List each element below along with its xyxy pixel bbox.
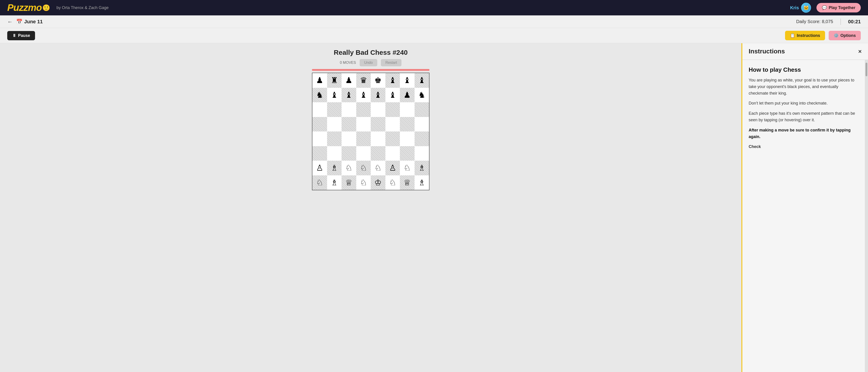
- scroll-indicator[interactable]: [865, 60, 868, 372]
- chess-board[interactable]: ♟♜♟♛♚♝♝♝♞♝♝♝♝♝♟♞♙♗♘♘♘♙♘♗♘♗♕♘♔♘♕♗: [312, 73, 429, 190]
- chess-cell[interactable]: ♘: [385, 175, 400, 190]
- chess-cell[interactable]: ♟: [312, 73, 327, 88]
- chess-cell[interactable]: [342, 117, 356, 132]
- date-label: June 11: [24, 19, 43, 25]
- chess-cell[interactable]: [385, 132, 400, 146]
- chess-cell[interactable]: [356, 117, 371, 132]
- chess-cell[interactable]: [371, 146, 385, 161]
- header-left: Puzzmo 🙂 by Orta Therox & Zach Gage: [7, 2, 108, 13]
- instructions-button[interactable]: 📋 Instructions: [785, 31, 825, 40]
- options-label: Options: [840, 33, 856, 38]
- user-section: Kris 🐱: [790, 3, 811, 13]
- chess-cell[interactable]: ♜: [327, 73, 342, 88]
- chess-cell[interactable]: [342, 132, 356, 146]
- chess-cell[interactable]: [342, 102, 356, 117]
- chess-cell[interactable]: ♝: [385, 73, 400, 88]
- chess-cell[interactable]: ♘: [356, 161, 371, 175]
- chess-cell[interactable]: [312, 132, 327, 146]
- chess-cell[interactable]: ♙: [312, 161, 327, 175]
- chess-cell[interactable]: ♝: [327, 88, 342, 103]
- chess-cell[interactable]: ♟: [400, 88, 414, 103]
- chess-cell[interactable]: [312, 146, 327, 161]
- chess-cell[interactable]: ♝: [371, 88, 385, 103]
- chess-cell[interactable]: [385, 117, 400, 132]
- chess-cell[interactable]: ♝: [414, 73, 429, 88]
- chess-cell[interactable]: [385, 146, 400, 161]
- chess-cell[interactable]: [327, 102, 342, 117]
- instructions-panel-title: Instructions: [749, 48, 785, 55]
- date-section: 📅 June 11: [16, 19, 43, 25]
- chess-cell[interactable]: ♚: [371, 73, 385, 88]
- chess-cell[interactable]: [371, 117, 385, 132]
- chess-cell[interactable]: [327, 132, 342, 146]
- chess-cell[interactable]: ♕: [400, 175, 414, 190]
- pause-button[interactable]: ⏸ Pause: [7, 31, 35, 40]
- chess-cell[interactable]: [385, 102, 400, 117]
- chess-cell[interactable]: ♘: [400, 161, 414, 175]
- chess-cell[interactable]: ♕: [342, 175, 356, 190]
- instructions-header: Instructions ×: [742, 43, 868, 60]
- chess-cell[interactable]: [312, 117, 327, 132]
- divider: [840, 19, 841, 25]
- instructions-paragraph-2: Don't let them put your king into checkm…: [749, 100, 859, 107]
- chess-cell[interactable]: [414, 117, 429, 132]
- chess-cell[interactable]: ♝: [400, 73, 414, 88]
- chess-cell[interactable]: ♔: [371, 175, 385, 190]
- restart-button[interactable]: Restart: [381, 59, 402, 66]
- chess-cell[interactable]: ♘: [342, 161, 356, 175]
- chess-cell[interactable]: [400, 132, 414, 146]
- chess-cell[interactable]: [371, 102, 385, 117]
- chess-cell[interactable]: ♝: [342, 88, 356, 103]
- chess-cell[interactable]: ♟: [342, 73, 356, 88]
- logo-face-icon: 🙂: [42, 4, 50, 11]
- daily-score: Daily Score: 8,075: [796, 19, 833, 24]
- logo-text: Puzzmo: [7, 2, 42, 13]
- chess-cell[interactable]: [414, 146, 429, 161]
- instructions-icon: 📋: [790, 33, 795, 38]
- chess-cell[interactable]: ♞: [312, 88, 327, 103]
- main-content: Really Bad Chess #240 0 MOVES Undo Resta…: [0, 43, 868, 372]
- chess-cell[interactable]: ♝: [356, 88, 371, 103]
- header-right: Kris 🐱 💬 Play Together: [790, 3, 861, 13]
- logo[interactable]: Puzzmo 🙂: [7, 2, 50, 13]
- chess-cell[interactable]: [356, 146, 371, 161]
- instructions-label: Instructions: [797, 33, 820, 38]
- avatar[interactable]: 🐱: [801, 3, 811, 13]
- play-together-button[interactable]: 💬 Play Together: [816, 3, 861, 12]
- progress-bar: [312, 69, 430, 71]
- instructions-paragraph-1: You are playing as white, your goal is t…: [749, 77, 859, 96]
- chess-cell[interactable]: ♝: [385, 88, 400, 103]
- scroll-thumb[interactable]: [866, 63, 867, 76]
- chess-cell[interactable]: [371, 132, 385, 146]
- chess-cell[interactable]: [414, 102, 429, 117]
- toolbar: ⏸ Pause 📋 Instructions ⚙️ Options: [0, 28, 868, 43]
- chess-cell[interactable]: ♛: [356, 73, 371, 88]
- chess-cell[interactable]: ♘: [356, 175, 371, 190]
- chess-cell[interactable]: ♗: [327, 175, 342, 190]
- chess-cell[interactable]: ♗: [327, 161, 342, 175]
- chess-cell[interactable]: [356, 102, 371, 117]
- chess-cell[interactable]: ♗: [414, 175, 429, 190]
- chess-cell[interactable]: ♗: [414, 161, 429, 175]
- options-button[interactable]: ⚙️ Options: [829, 31, 861, 40]
- chess-cell[interactable]: [356, 132, 371, 146]
- chess-cell[interactable]: [414, 132, 429, 146]
- undo-button[interactable]: Undo: [360, 59, 377, 66]
- chess-cell[interactable]: ♙: [385, 161, 400, 175]
- chess-cell[interactable]: ♞: [414, 88, 429, 103]
- chess-cell[interactable]: [400, 146, 414, 161]
- chess-cell[interactable]: ♘: [312, 175, 327, 190]
- instructions-paragraph-5: Check: [749, 143, 859, 150]
- chess-cell[interactable]: [327, 146, 342, 161]
- chess-cell[interactable]: [400, 102, 414, 117]
- chess-cell[interactable]: [327, 117, 342, 132]
- close-instructions-button[interactable]: ×: [858, 48, 862, 55]
- chess-cell[interactable]: [312, 102, 327, 117]
- game-controls: 0 MOVES Undo Restart: [340, 59, 402, 66]
- chess-cell[interactable]: ♘: [371, 161, 385, 175]
- back-button[interactable]: ←: [7, 19, 13, 25]
- daily-score-value: 8,075: [822, 19, 833, 24]
- play-together-label: Play Together: [829, 5, 855, 10]
- chess-cell[interactable]: [400, 117, 414, 132]
- chess-cell[interactable]: [342, 146, 356, 161]
